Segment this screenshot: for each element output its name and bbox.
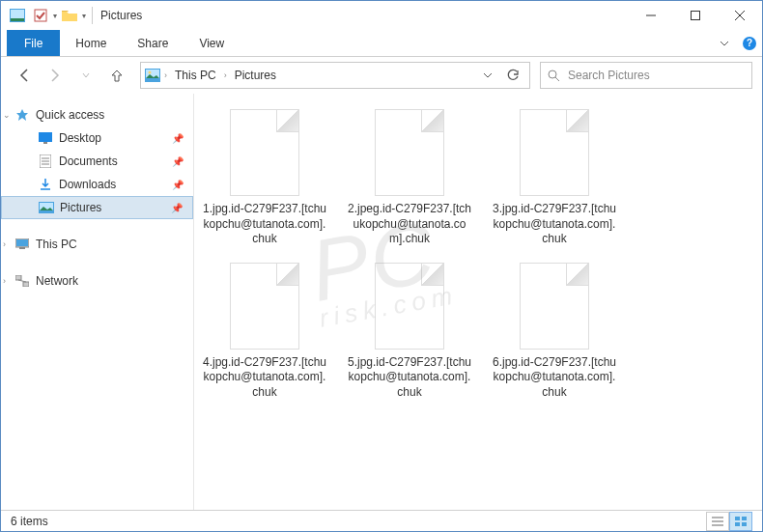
file-item[interactable]: 1.jpg.id-C279F237.[tchukopchu@tutanota.c… [202,109,327,247]
sidebar-item-desktop[interactable]: Desktop 📌 [1,126,193,150]
svg-rect-13 [39,132,52,142]
qat-properties[interactable] [30,5,51,26]
ribbon: File Home Share View ? [1,30,762,57]
file-name: 3.jpg.id-C279F237.[tchukopchu@tutanota.c… [492,202,617,247]
forward-button[interactable] [42,62,69,89]
sidebar-item-label: Network [36,274,78,288]
file-name: 6.jpg.id-C279F237.[tchukopchu@tutanota.c… [492,355,617,401]
search-input[interactable]: Search Pictures [540,62,752,89]
expand-icon[interactable]: › [3,239,6,249]
svg-point-10 [149,71,152,74]
pin-icon: 📌 [171,203,183,213]
recent-drop-icon[interactable] [72,62,99,89]
up-button[interactable] [103,62,130,89]
svg-rect-23 [16,239,28,246]
file-name: 2.jpeg.id-C279F237.[tchukopchu@tutanota.… [347,202,472,247]
file-item[interactable]: 3.jpg.id-C279F237.[tchukopchu@tutanota.c… [492,109,617,247]
minimize-button[interactable] [629,1,673,30]
qat-drop-icon[interactable]: ▾ [53,12,57,20]
svg-rect-33 [735,522,740,526]
sidebar-item-this-pc[interactable]: › This PC [1,233,193,256]
file-icon [375,109,444,196]
star-icon [14,107,30,123]
svg-rect-14 [43,142,47,144]
breadcrumb-this-pc[interactable]: This PC [171,69,220,82]
separator [92,7,93,24]
sidebar-item-label: This PC [36,238,77,251]
svg-rect-1 [11,10,24,18]
file-name: 1.jpg.id-C279F237.[tchukopchu@tutanota.c… [202,202,327,247]
sidebar-item-pictures[interactable]: Pictures 📌 [1,196,193,219]
title-bar: ▾ ▾ Pictures [1,1,762,30]
svg-rect-3 [35,10,46,21]
pin-icon: 📌 [172,180,184,190]
document-icon [38,154,53,169]
file-tab[interactable]: File [7,30,60,56]
expand-icon[interactable]: ⌄ [3,110,11,120]
file-name: 4.jpg.id-C279F237.[tchukopchu@tutanota.c… [202,355,327,401]
svg-rect-34 [742,522,747,526]
file-item[interactable]: 2.jpeg.id-C279F237.[tchukopchu@tutanota.… [347,109,472,247]
tab-home[interactable]: Home [60,30,122,56]
chevron-right-icon[interactable]: › [224,70,227,80]
file-icon [375,263,444,350]
breadcrumb-pictures[interactable]: Pictures [231,69,280,82]
refresh-button[interactable] [500,63,525,88]
svg-point-11 [549,70,556,78]
svg-rect-25 [15,275,21,280]
item-count: 6 items [11,515,48,528]
svg-rect-32 [742,517,747,520]
svg-line-12 [555,77,559,81]
sidebar-item-downloads[interactable]: Downloads 📌 [1,173,193,196]
sidebar-item-documents[interactable]: Documents 📌 [1,150,193,173]
window-controls [629,1,762,30]
pin-icon: 📌 [172,133,184,144]
sidebar-item-network[interactable]: › Network [1,269,193,293]
back-button[interactable] [11,62,38,89]
expand-ribbon-icon[interactable] [712,30,737,56]
close-button[interactable] [718,1,762,30]
file-icon [520,109,589,196]
folder-drop-icon[interactable]: ▾ [82,12,86,20]
svg-rect-26 [23,282,29,287]
computer-icon [14,237,30,252]
svg-rect-2 [11,18,24,21]
details-view-button[interactable] [706,512,729,531]
status-bar: 6 items [1,510,762,531]
tab-view[interactable]: View [184,30,240,56]
file-icon [230,109,299,196]
quick-access-toolbar: ▾ ▾ Pictures [7,5,142,26]
address-bar[interactable]: › This PC › Pictures [140,62,530,89]
file-item[interactable]: 5.jpg.id-C279F237.[tchukopchu@tutanota.c… [347,263,472,401]
app-icon[interactable] [7,5,28,26]
address-drop-icon[interactable] [475,63,500,88]
svg-rect-5 [692,12,700,20]
navigation-pane: ⌄ Quick access Desktop 📌 Documents 📌 Dow… [1,94,194,512]
download-icon [38,177,53,192]
svg-line-27 [18,280,26,282]
quick-access-header[interactable]: ⌄ Quick access [1,103,193,126]
content-area: ⌄ Quick access Desktop 📌 Documents 📌 Dow… [1,94,762,512]
picture-icon [39,200,54,215]
chevron-right-icon[interactable]: › [164,70,167,80]
address-bar-row: › This PC › Pictures Search Pictures [1,57,762,94]
help-button[interactable]: ? [737,30,762,56]
sidebar-item-label: Downloads [59,178,116,191]
file-icon [520,263,589,350]
sidebar-item-label: Desktop [59,131,101,145]
file-icon [230,263,299,350]
help-icon: ? [743,37,756,50]
window-title: Pictures [100,9,142,22]
network-icon [14,273,30,289]
file-list[interactable]: 1.jpg.id-C279F237.[tchukopchu@tutanota.c… [194,94,762,512]
expand-icon[interactable]: › [3,276,6,286]
icons-view-button[interactable] [729,512,752,531]
svg-rect-31 [735,517,740,520]
search-placeholder: Search Pictures [568,69,650,82]
desktop-icon [38,130,53,146]
file-item[interactable]: 4.jpg.id-C279F237.[tchukopchu@tutanota.c… [202,263,327,401]
sidebar-item-label: Pictures [60,201,101,214]
maximize-button[interactable] [673,1,718,30]
file-item[interactable]: 6.jpg.id-C279F237.[tchukopchu@tutanota.c… [492,263,617,401]
tab-share[interactable]: Share [122,30,184,56]
